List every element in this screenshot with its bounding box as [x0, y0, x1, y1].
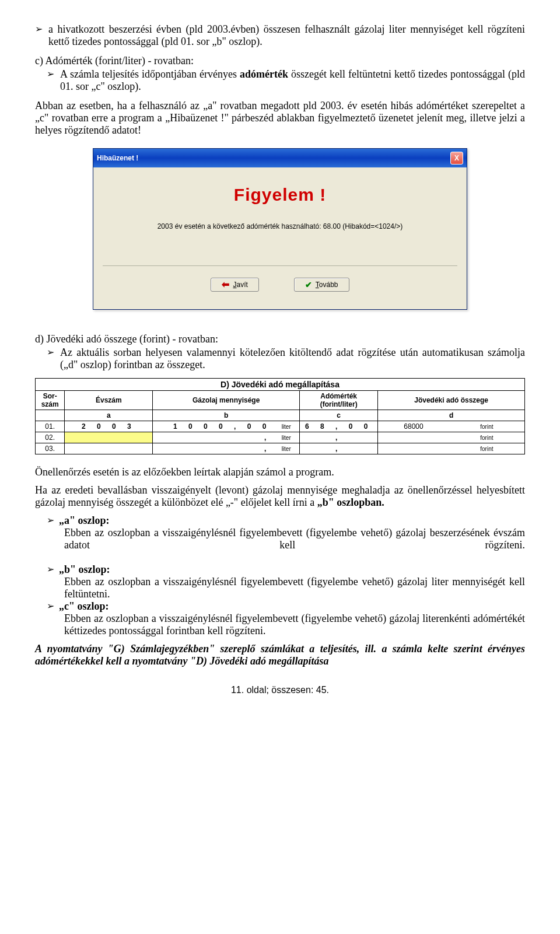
table-row: 02. , liter , forint — [36, 432, 525, 443]
cell-adomertek[interactable]: , — [300, 443, 378, 454]
dialog-title-text: Hibaüzenet ! — [97, 154, 138, 162]
arrow-left-icon: ⬅ — [222, 280, 229, 289]
cell-gazolaj[interactable]: 1 0 0 0 , 0 0 — [153, 421, 274, 432]
section-c-title: c) Adómérték (forint/liter) - rovatban: — [35, 55, 525, 67]
paragraph-1: Abban az esetben, ha a felhasználó az „a… — [35, 100, 525, 137]
col-c-label: „c" oszlop: — [59, 600, 108, 613]
cell-evszam[interactable] — [65, 432, 153, 443]
cell-gazolaj[interactable]: , — [153, 443, 274, 454]
sub-c: c — [300, 410, 378, 421]
dialog-titlebar: Hibaüzenet ! X — [93, 149, 467, 167]
col-b-label-line: ➢ „b" oszlop: — [35, 564, 525, 576]
table-row: 01. 2 0 0 3 1 0 0 0 , 0 0 liter 6 8 , 0 … — [36, 421, 525, 432]
dialog-message: 2003 év esetén a következő adómérték has… — [103, 222, 457, 230]
sub-d: d — [378, 410, 525, 421]
arrow-icon: ➢ — [47, 68, 54, 79]
cell-evszam[interactable] — [65, 443, 153, 454]
cell-adomertek[interactable]: , — [300, 432, 378, 443]
col-a-label-line: ➢ „a" oszlop: — [35, 515, 525, 527]
col-a-label: „a" oszlop: — [59, 515, 110, 527]
table-title: D) Jövedéki adó megállapítása — [36, 379, 525, 391]
table-row: 03. , liter , forint — [36, 443, 525, 454]
section-c-bullet-text: A számla teljesítés időpontjában érvénye… — [60, 68, 525, 93]
check-icon: ✔ — [305, 281, 312, 289]
arrow-icon: ➢ — [47, 600, 54, 611]
th-gazolaj: Gázolaj mennyisége — [153, 391, 300, 410]
arrow-icon: ➢ — [47, 515, 54, 526]
intro-bullet-block: ➢ a hivatkozott beszerzési évben (pld 20… — [35, 23, 525, 48]
th-jovedeki: Jövedéki adó összege — [378, 391, 525, 410]
intro-bullet-text: a hivatkozott beszerzési évben (pld 2003… — [48, 23, 525, 48]
javit-label: Javít — [233, 281, 247, 289]
sub-b: b — [153, 410, 300, 421]
arrow-icon: ➢ — [35, 23, 43, 34]
col-b-text: Ebben az oszlopban a visszaigénylésnél f… — [35, 576, 525, 600]
final-italic: A nyomtatvány "G) Számlajegyzékben" szer… — [35, 643, 525, 667]
cell-evszam[interactable]: 2 0 0 3 — [65, 421, 153, 432]
col-a-text: Ebben az oszlopban a visszaigénylésnél f… — [35, 527, 525, 564]
dialog-divider — [103, 265, 457, 266]
dialog-screenshot: Hibaüzenet ! X Figyelem ! 2003 év esetén… — [35, 148, 525, 310]
th-sorszam: Sor-szám — [36, 391, 65, 410]
cell-jovedeki: 68000 — [378, 421, 449, 432]
table-d: D) Jövedéki adó megállapítása Sor-szám É… — [35, 378, 525, 454]
th-evszam: Évszám — [65, 391, 153, 410]
cell-gazolaj[interactable]: , — [153, 432, 274, 443]
close-icon[interactable]: X — [450, 152, 463, 165]
sub-a: a — [65, 410, 153, 421]
javit-button[interactable]: ⬅ Javít — [211, 278, 258, 292]
tovabb-button[interactable]: ✔ Tovább — [294, 278, 349, 292]
para-ha: Ha az eredeti bevallásban visszaigényelt… — [35, 484, 525, 509]
col-c-text: Ebben az oszlopban a visszaigénylésnél f… — [35, 613, 525, 637]
section-d-title: d) Jövedéki adó összege (forint) - rovat… — [35, 333, 525, 345]
section-c-bullet: ➢ A számla teljesítés időpontjában érvén… — [35, 68, 525, 93]
th-adomertek: Adómérték(forint/liter) — [300, 391, 378, 410]
col-b-label: „b" oszlop: — [59, 564, 110, 576]
col-c-label-line: ➢ „c" oszlop: — [35, 600, 525, 613]
page-footer: 11. oldal; összesen: 45. — [35, 685, 525, 695]
arrow-icon: ➢ — [47, 564, 54, 575]
para-onell: Önellenőrzés esetén is az előzőekben leí… — [35, 466, 525, 478]
tovabb-label: Tovább — [316, 281, 338, 289]
cell-adomertek[interactable]: 6 8 , 0 0 — [300, 421, 378, 432]
dialog-headline: Figyelem ! — [103, 185, 457, 205]
section-d-bullet-text: Az aktuális sorban helyesen valamennyi k… — [60, 347, 525, 371]
arrow-icon: ➢ — [47, 347, 54, 358]
section-d-bullet: ➢ Az aktuális sorban helyesen valamennyi… — [35, 347, 525, 371]
